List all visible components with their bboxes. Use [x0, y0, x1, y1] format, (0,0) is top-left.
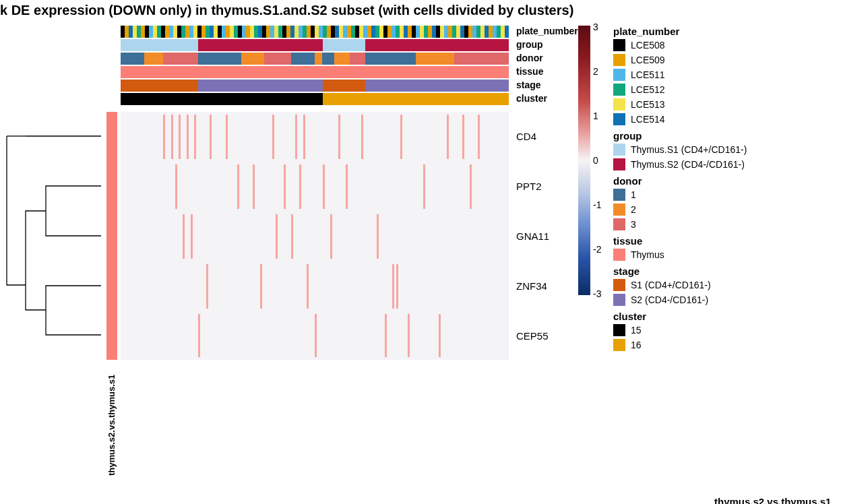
legend-item: LCE513 [613, 98, 836, 111]
legend-label: LCE511 [631, 69, 665, 80]
row-annotation-label: thymus.s2.vs.thymus.s1 [106, 375, 117, 476]
legend-title-donor: donor [613, 175, 836, 187]
legend-swatch [613, 189, 625, 201]
legend-swatch [613, 158, 625, 170]
legend-label: 1 [631, 189, 636, 200]
legend-item: LCE512 [613, 83, 836, 96]
annotation-row-group [121, 39, 509, 51]
heatmap-body [121, 112, 509, 360]
annotation-label: group [516, 39, 543, 50]
legend-title-plate_number: plate_number [613, 26, 836, 37]
gene-label: PPT2 [516, 181, 542, 192]
annotation-row-donor [121, 53, 509, 65]
legend-panel: plate_numberLCE508LCE509LCE511LCE512LCE5… [613, 22, 836, 353]
row-dendrogram [5, 112, 101, 360]
chart-title: k DE expression (DOWN only) in thymus.S1… [0, 3, 573, 18]
gene-label: GNA11 [516, 230, 549, 242]
annotation-label: stage [516, 80, 541, 90]
column-annotation-block [121, 26, 509, 106]
legend-item: 2 [613, 203, 836, 216]
color-scale-tick: 0 [593, 155, 598, 166]
legend-label: LCE509 [631, 55, 665, 65]
legend-item: Thymus.S1 (CD4+/CD161-) [613, 143, 836, 156]
heatmap-row [121, 212, 509, 261]
color-scale-bar [578, 26, 590, 295]
legend-item: LCE514 [613, 113, 836, 126]
legend-title-cluster: cluster [613, 311, 836, 322]
heatmap-row [121, 311, 509, 360]
legend-title-group: group [613, 130, 836, 141]
legend-swatch [613, 39, 625, 51]
legend-swatch [613, 324, 625, 336]
color-scale-tick: 3 [593, 22, 598, 32]
row-annotation-bar [106, 112, 117, 360]
legend-item: 1 [613, 188, 836, 201]
legend-label: Thymus [631, 249, 664, 260]
color-scale-tick: 2 [593, 66, 598, 77]
legend-label: 2 [631, 204, 636, 215]
legend-label: LCE513 [631, 99, 665, 110]
heatmap-row [121, 261, 509, 311]
legend-label: Thymus.S2 (CD4-/CD161-) [631, 159, 745, 170]
legend-swatch [613, 249, 625, 261]
annotation-row-plate-number [121, 26, 509, 38]
legend-swatch [613, 339, 625, 351]
legend-item: 16 [613, 338, 836, 352]
annotation-label: donor [516, 53, 543, 63]
gene-label: ZNF34 [516, 280, 547, 292]
legend-item: LCE509 [613, 53, 836, 67]
legend-swatch [613, 113, 625, 125]
legend-swatch [613, 98, 625, 111]
annotation-row-tissue [121, 66, 509, 78]
legend-swatch [613, 54, 625, 66]
legend-item: S1 (CD4+/CD161-) [613, 278, 836, 292]
legend-label: S2 (CD4-/CD161-) [631, 294, 708, 305]
legend-swatch [613, 294, 625, 306]
legend-label: 15 [631, 325, 642, 336]
legend-swatch [613, 69, 625, 81]
legend-item: Thymus.S2 (CD4-/CD161-) [613, 158, 836, 171]
legend-item: LCE511 [613, 68, 836, 82]
legend-label: LCE512 [631, 84, 665, 95]
gene-label: CEP55 [516, 330, 549, 342]
legend-label: LCE514 [631, 114, 665, 125]
legend-item: 3 [613, 218, 836, 231]
heatmap-row [121, 112, 509, 162]
legend-label: LCE508 [631, 40, 665, 51]
gene-label: CD4 [516, 131, 536, 142]
color-scale-tick: -1 [593, 199, 601, 210]
legend-item: Thymus [613, 248, 836, 261]
legend-title-stage: stage [613, 265, 836, 277]
cutoff-label: thymus.s2.vs.thymus.s1 [714, 496, 831, 504]
legend-swatch [613, 84, 625, 96]
legend-label: Thymus.S1 (CD4+/CD161-) [631, 144, 747, 155]
legend-swatch [613, 279, 625, 291]
legend-swatch [613, 203, 625, 216]
legend-swatch [613, 218, 625, 230]
legend-label: 16 [631, 340, 642, 350]
legend-item: S2 (CD4-/CD161-) [613, 293, 836, 307]
color-scale-tick: -2 [593, 244, 601, 255]
annotation-label: tissue [516, 66, 543, 77]
annotation-row-stage [121, 80, 509, 92]
legend-title-tissue: tissue [613, 235, 836, 247]
heatmap-row [121, 162, 509, 212]
color-scale-tick: 1 [593, 111, 598, 121]
annotation-label: cluster [516, 93, 547, 104]
legend-label: S1 (CD4+/CD161-) [631, 280, 711, 290]
annotation-row-cluster [121, 93, 509, 105]
legend-item: 15 [613, 323, 836, 337]
color-scale-tick: -3 [593, 288, 601, 299]
annotation-label: plate_number [516, 26, 578, 36]
legend-label: 3 [631, 219, 636, 230]
legend-swatch [613, 144, 625, 156]
legend-item: LCE508 [613, 38, 836, 52]
